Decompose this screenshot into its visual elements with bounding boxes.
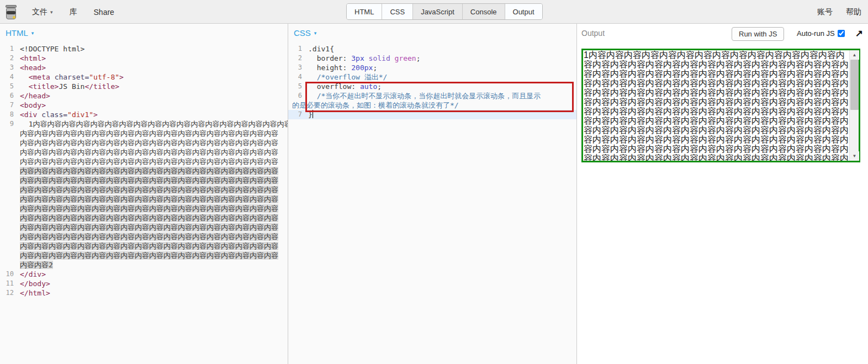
output-panel-header: Output Run with JS Auto-run JS ↗	[577, 24, 868, 42]
line-number: 10	[0, 270, 14, 279]
menu-item-账号[interactable]: 账号	[817, 7, 833, 17]
code-line[interactable]: 8<div class="div1">	[0, 110, 288, 119]
code-line[interactable]: 2 border: 3px solid green;	[288, 54, 576, 63]
code-line[interactable]: 7<body>	[0, 101, 288, 110]
code-line[interactable]: 7}	[288, 110, 576, 119]
html-code-editor[interactable]: 1<!DOCTYPE html>2<html>3<head>4 <meta ch…	[0, 42, 288, 364]
code-line[interactable]: 4 /*overflow 溢出*/	[288, 72, 576, 82]
code-line[interactable]: 1.div1{	[288, 44, 576, 54]
chevron-down-icon: ▾	[31, 30, 34, 36]
selected-text: 内容内容2	[20, 261, 53, 269]
account-menu-bar: 账号帮助	[817, 0, 861, 24]
css-editor-panel: CSS ▾ 1.div1{2 border: 3px solid green;3…	[288, 24, 577, 364]
file-menu-bar: 文件▾库Share	[32, 7, 114, 17]
line-number: 11	[0, 279, 14, 288]
tab-html[interactable]: HTML	[347, 4, 382, 19]
line-number: 4	[288, 72, 302, 82]
code-line[interactable]: 内容内容内容内容内容内容内容内容内容内容内容内容内容内容内容内容内容内容	[0, 204, 288, 213]
selected-text: 内容内容内容内容内容内容内容内容内容内容内容内容内容内容内容内容内容内容	[20, 195, 278, 203]
selected-text: 内容内容内容内容内容内容内容内容内容内容内容内容内容内容内容内容内容内容	[20, 223, 278, 231]
rendered-content-text: 1内容内容内容内容内容内容内容内容内容内容内容内容内容内容内容内容内容内容内容内…	[584, 50, 849, 161]
selected-text: 内容内容内容内容内容内容内容内容内容内容内容内容内容内容内容内容内容内容	[20, 233, 278, 241]
code-line[interactable]: 内容内容内容内容内容内容内容内容内容内容内容内容内容内容内容内容内容内容	[0, 213, 288, 223]
output-panel-title: Output	[581, 29, 605, 38]
jsbin-logo-icon[interactable]	[4, 4, 18, 20]
tab-console[interactable]: Console	[463, 4, 505, 19]
line-number: 7	[288, 110, 302, 119]
selected-text: 内容内容内容内容内容内容内容内容内容内容内容内容内容内容内容内容内容内容	[20, 242, 278, 250]
chevron-down-icon: ▾	[50, 9, 53, 15]
tab-javascript[interactable]: JavaScript	[413, 4, 463, 19]
line-number: 6	[288, 91, 302, 101]
selected-text: 内容内容内容内容内容内容内容内容内容内容内容内容内容内容内容内容内容内容	[20, 251, 278, 260]
line-number: 7	[0, 101, 14, 110]
line-number: 12	[0, 288, 14, 298]
selected-text: 内容内容内容内容内容内容内容内容内容内容内容内容内容内容内容内容内容内容	[20, 204, 278, 213]
top-toolbar: 文件▾库Share HTMLCSSJavaScriptConsoleOutput…	[0, 0, 868, 24]
code-line[interactable]: 6 /*当你不超出时不显示滚动条，当你超出时就会显示滚动条，而且显示	[288, 91, 576, 101]
line-number: 1	[0, 44, 14, 54]
toolbar-left: 文件▾库Share	[4, 0, 114, 24]
panel-tab-group: HTMLCSSJavaScriptConsoleOutput	[346, 3, 543, 20]
css-panel-header: CSS ▾	[288, 24, 576, 42]
panels-container: HTML ▾ 1<!DOCTYPE html>2<html>3<head>4 <…	[0, 24, 868, 364]
scroll-down-arrow-icon[interactable]: ▼	[850, 151, 859, 161]
code-line[interactable]: 内容内容内容内容内容内容内容内容内容内容内容内容内容内容内容内容内容内容	[0, 147, 288, 157]
line-number: 3	[288, 63, 302, 72]
code-line[interactable]: 4 <meta charset="utf-8">	[0, 72, 288, 82]
code-line[interactable]: 11</body>	[0, 279, 288, 288]
tab-output[interactable]: Output	[505, 4, 542, 19]
scroll-up-arrow-icon[interactable]: ▲	[850, 50, 859, 60]
code-line[interactable]: 的是必要的滚动条，如图：横着的滚动条就没有了*/	[288, 101, 576, 110]
code-line[interactable]: 内容内容内容内容内容内容内容内容内容内容内容内容内容内容内容内容内容内容	[0, 138, 288, 147]
line-number: 2	[0, 54, 14, 63]
code-line[interactable]: 6</head>	[0, 91, 288, 101]
css-code-editor[interactable]: 1.div1{2 border: 3px solid green;3 heigh…	[288, 42, 576, 364]
output-scrollbar[interactable]: ▲ ▼	[849, 50, 859, 161]
selected-text: 内容内容内容内容内容内容内容内容内容内容内容内容内容内容内容内容内容内容	[20, 186, 278, 194]
code-line[interactable]: 内容内容内容内容内容内容内容内容内容内容内容内容内容内容内容内容内容内容	[0, 241, 288, 251]
code-line[interactable]: 5 overflow: auto;	[288, 82, 576, 91]
code-line[interactable]: 3 height: 200px;	[288, 63, 576, 72]
line-number: 8	[0, 110, 14, 119]
code-line[interactable]: 内容内容2	[0, 260, 288, 270]
html-panel-header: HTML ▾	[0, 24, 288, 42]
html-editor-panel: HTML ▾ 1<!DOCTYPE html>2<html>3<head>4 <…	[0, 24, 288, 364]
code-line[interactable]: 3<head>	[0, 63, 288, 72]
menu-item-文件[interactable]: 文件▾	[32, 7, 53, 17]
autorun-js-checkbox[interactable]	[838, 30, 845, 37]
code-line[interactable]: 内容内容内容内容内容内容内容内容内容内容内容内容内容内容内容内容内容内容	[0, 129, 288, 138]
open-in-new-window-icon[interactable]: ↗	[855, 28, 863, 39]
line-number: 6	[0, 91, 14, 101]
code-line[interactable]: 内容内容内容内容内容内容内容内容内容内容内容内容内容内容内容内容内容内容	[0, 251, 288, 260]
output-panel: Output Run with JS Auto-run JS ↗ 1内容内容内容…	[577, 24, 868, 364]
run-with-js-button[interactable]: Run with JS	[732, 27, 784, 41]
code-line[interactable]: 10</div>	[0, 270, 288, 279]
code-line[interactable]: 内容内容内容内容内容内容内容内容内容内容内容内容内容内容内容内容内容内容	[0, 223, 288, 232]
code-line[interactable]: 内容内容内容内容内容内容内容内容内容内容内容内容内容内容内容内容内容内容	[0, 232, 288, 241]
line-number: 5	[0, 82, 14, 91]
code-line[interactable]: 内容内容内容内容内容内容内容内容内容内容内容内容内容内容内容内容内容内容	[0, 176, 288, 185]
code-line[interactable]: 内容内容内容内容内容内容内容内容内容内容内容内容内容内容内容内容内容内容	[0, 166, 288, 176]
tab-css[interactable]: CSS	[382, 4, 413, 19]
code-line[interactable]: 2<html>	[0, 54, 288, 63]
menu-item-帮助[interactable]: 帮助	[846, 7, 861, 17]
code-line[interactable]: 内容内容内容内容内容内容内容内容内容内容内容内容内容内容内容内容内容内容	[0, 194, 288, 204]
code-line[interactable]: 9 1内容内容内容内容内容内容内容内容内容内容内容内容内容内容内容内容内容内容	[0, 119, 288, 129]
menu-item-Share[interactable]: Share	[94, 7, 114, 17]
scrollbar-thumb[interactable]	[850, 60, 859, 110]
code-line[interactable]: 12</html>	[0, 288, 288, 298]
code-line[interactable]: 1<!DOCTYPE html>	[0, 44, 288, 54]
line-number: 9	[0, 119, 14, 129]
menu-item-库[interactable]: 库	[70, 7, 77, 17]
code-line[interactable]: 内容内容内容内容内容内容内容内容内容内容内容内容内容内容内容内容内容内容	[0, 185, 288, 194]
selected-text: 内容内容内容内容内容内容内容内容内容内容内容内容内容内容内容内容内容内容	[20, 214, 278, 222]
chevron-down-icon: ▾	[314, 30, 317, 36]
css-panel-title-label: CSS	[294, 28, 311, 38]
css-panel-title[interactable]: CSS ▾	[294, 28, 316, 38]
line-number: 2	[288, 54, 302, 63]
code-line[interactable]: 内容内容内容内容内容内容内容内容内容内容内容内容内容内容内容内容内容内容	[0, 157, 288, 166]
autorun-js-label: Auto-run JS	[797, 29, 835, 38]
code-line[interactable]: 5 <title>JS Bin</title>	[0, 82, 288, 91]
html-panel-title[interactable]: HTML ▾	[6, 28, 34, 38]
